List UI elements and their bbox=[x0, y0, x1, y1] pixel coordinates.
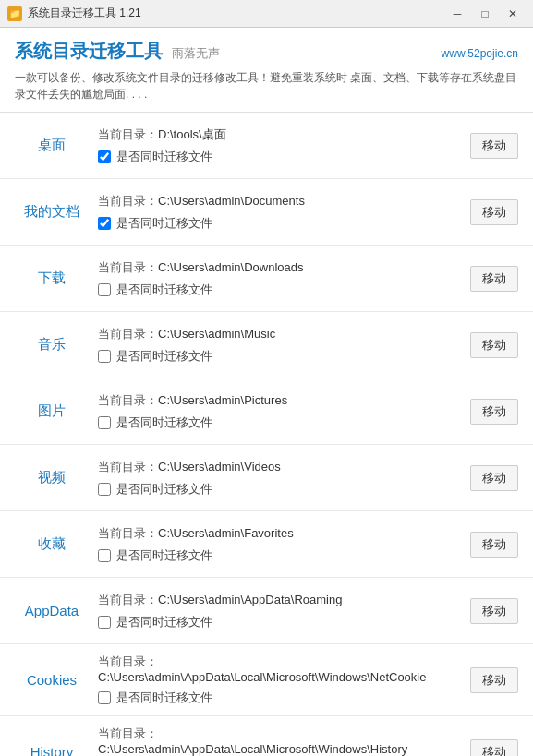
migrate-files-checkbox-7[interactable] bbox=[98, 616, 111, 629]
checkbox-row-5: 是否同时迁移文件 bbox=[98, 481, 461, 498]
checkbox-row-6: 是否同时迁移文件 bbox=[98, 547, 461, 564]
folder-name-4: 图片 bbox=[15, 402, 89, 420]
move-button-1[interactable]: 移动 bbox=[470, 199, 518, 225]
folder-path-8: 当前目录：C:\Users\admin\AppData\Local\Micros… bbox=[98, 654, 461, 684]
folder-name-3: 音乐 bbox=[15, 336, 89, 354]
folder-path-4: 当前目录：C:\Users\admin\Pictures bbox=[98, 392, 461, 409]
move-button-4[interactable]: 移动 bbox=[470, 399, 518, 425]
folder-path-label-4: 当前目录： bbox=[98, 393, 158, 407]
folder-info-0: 当前目录：D:\tools\桌面 是否同时迁移文件 bbox=[89, 126, 470, 165]
folder-info-9: 当前目录：C:\Users\admin\AppData\Local\Micros… bbox=[89, 726, 470, 756]
folder-path-value-6: C:\Users\admin\Favorites bbox=[158, 526, 294, 540]
checkbox-label-4: 是否同时迁移文件 bbox=[116, 414, 212, 431]
folder-path-value-2: C:\Users\admin\Downloads bbox=[158, 260, 304, 274]
folder-row: 下载 当前目录：C:\Users\admin\Downloads 是否同时迁移文… bbox=[0, 246, 533, 312]
move-button-6[interactable]: 移动 bbox=[470, 532, 518, 558]
move-button-8[interactable]: 移动 bbox=[470, 667, 518, 693]
folder-path-6: 当前目录：C:\Users\admin\Favorites bbox=[98, 525, 461, 542]
header: 系统目录迁移工具 雨落无声 www.52pojie.cn 一款可以备份、修改系统… bbox=[0, 28, 533, 113]
move-button-7[interactable]: 移动 bbox=[470, 598, 518, 624]
close-button[interactable]: ✕ bbox=[500, 3, 526, 25]
migrate-files-checkbox-1[interactable] bbox=[98, 217, 111, 230]
checkbox-row-7: 是否同时迁移文件 bbox=[98, 614, 461, 630]
migrate-files-checkbox-2[interactable] bbox=[98, 283, 111, 296]
titlebar-title: 系统目录迁移工具 1.21 bbox=[28, 6, 141, 21]
folder-name-7: AppData bbox=[15, 603, 89, 618]
checkbox-row-1: 是否同时迁移文件 bbox=[98, 215, 461, 232]
app-title: 系统目录迁移工具 bbox=[15, 39, 163, 64]
folder-row: 桌面 当前目录：D:\tools\桌面 是否同时迁移文件 移动 bbox=[0, 113, 533, 179]
migrate-files-checkbox-4[interactable] bbox=[98, 416, 111, 429]
folder-name-0: 桌面 bbox=[15, 137, 89, 154]
move-button-2[interactable]: 移动 bbox=[470, 266, 518, 292]
folder-path-value-7: C:\Users\admin\AppData\Roaming bbox=[158, 593, 342, 606]
folder-path-label-5: 当前目录： bbox=[98, 460, 158, 474]
header-top: 系统目录迁移工具 雨落无声 www.52pojie.cn bbox=[15, 39, 518, 64]
move-button-5[interactable]: 移动 bbox=[470, 465, 518, 491]
folder-path-value-3: C:\Users\admin\Music bbox=[158, 327, 275, 341]
folder-path-label-0: 当前目录： bbox=[98, 127, 158, 141]
folder-info-4: 当前目录：C:\Users\admin\Pictures 是否同时迁移文件 bbox=[89, 392, 470, 431]
folder-name-2: 下载 bbox=[15, 270, 89, 287]
migrate-files-checkbox-5[interactable] bbox=[98, 483, 111, 496]
migrate-files-checkbox-3[interactable] bbox=[98, 350, 111, 363]
checkbox-label-6: 是否同时迁移文件 bbox=[116, 547, 212, 564]
folder-path-label-6: 当前目录： bbox=[98, 526, 158, 540]
checkbox-label-1: 是否同时迁移文件 bbox=[116, 215, 212, 232]
folder-path-value-0: D:\tools\桌面 bbox=[158, 127, 226, 141]
checkbox-label-2: 是否同时迁移文件 bbox=[116, 282, 212, 298]
website-link[interactable]: www.52pojie.cn bbox=[442, 47, 518, 60]
folder-path-1: 当前目录：C:\Users\admin\Documents bbox=[98, 193, 461, 210]
checkbox-row-4: 是否同时迁移文件 bbox=[98, 414, 461, 431]
folder-path-3: 当前目录：C:\Users\admin\Music bbox=[98, 326, 461, 342]
checkbox-label-3: 是否同时迁移文件 bbox=[116, 348, 212, 365]
folder-name-1: 我的文档 bbox=[15, 203, 89, 221]
folder-name-8: Cookies bbox=[15, 672, 89, 688]
titlebar: 📁 系统目录迁移工具 1.21 ─ □ ✕ bbox=[0, 0, 533, 28]
folder-row: 音乐 当前目录：C:\Users\admin\Music 是否同时迁移文件 移动 bbox=[0, 312, 533, 378]
folder-info-7: 当前目录：C:\Users\admin\AppData\Roaming 是否同时… bbox=[89, 592, 470, 630]
checkbox-label-0: 是否同时迁移文件 bbox=[116, 149, 212, 165]
minimize-button[interactable]: ─ bbox=[444, 3, 470, 25]
folder-path-value-9: C:\Users\admin\AppData\Local\Microsoft\W… bbox=[98, 742, 407, 756]
move-button-3[interactable]: 移动 bbox=[470, 332, 518, 358]
folder-name-5: 视频 bbox=[15, 469, 89, 486]
folder-path-label-9: 当前目录： bbox=[98, 726, 158, 740]
titlebar-left: 📁 系统目录迁移工具 1.21 bbox=[7, 6, 141, 21]
move-button-0[interactable]: 移动 bbox=[470, 133, 518, 159]
folder-row: 收藏 当前目录：C:\Users\admin\Favorites 是否同时迁移文… bbox=[0, 511, 533, 578]
folder-row: AppData 当前目录：C:\Users\admin\AppData\Roam… bbox=[0, 578, 533, 644]
folder-path-label-3: 当前目录： bbox=[98, 327, 158, 341]
migrate-files-checkbox-0[interactable] bbox=[98, 150, 111, 163]
checkbox-label-8: 是否同时迁移文件 bbox=[116, 690, 212, 706]
folder-path-value-1: C:\Users\admin\Documents bbox=[158, 194, 305, 208]
folder-path-label-7: 当前目录： bbox=[98, 593, 158, 606]
folder-path-label-8: 当前目录： bbox=[98, 654, 158, 668]
folder-row: 我的文档 当前目录：C:\Users\admin\Documents 是否同时迁… bbox=[0, 179, 533, 246]
folder-path-label-2: 当前目录： bbox=[98, 260, 158, 274]
folder-info-2: 当前目录：C:\Users\admin\Downloads 是否同时迁移文件 bbox=[89, 259, 470, 298]
checkbox-row-0: 是否同时迁移文件 bbox=[98, 149, 461, 165]
folder-path-5: 当前目录：C:\Users\admin\Videos bbox=[98, 459, 461, 475]
folder-name-9: History bbox=[15, 744, 89, 756]
maximize-button[interactable]: □ bbox=[472, 3, 498, 25]
folder-row: 图片 当前目录：C:\Users\admin\Pictures 是否同时迁移文件… bbox=[0, 378, 533, 445]
app-subtitle: 雨落无声 bbox=[172, 45, 220, 62]
folder-path-7: 当前目录：C:\Users\admin\AppData\Roaming bbox=[98, 592, 461, 608]
folder-info-5: 当前目录：C:\Users\admin\Videos 是否同时迁移文件 bbox=[89, 459, 470, 498]
move-button-9[interactable]: 移动 bbox=[470, 739, 518, 757]
folder-path-value-8: C:\Users\admin\AppData\Local\Microsoft\W… bbox=[98, 670, 426, 684]
migrate-files-checkbox-8[interactable] bbox=[98, 691, 111, 704]
folder-info-8: 当前目录：C:\Users\admin\AppData\Local\Micros… bbox=[89, 654, 470, 706]
migrate-files-checkbox-6[interactable] bbox=[98, 549, 111, 562]
checkbox-row-2: 是否同时迁移文件 bbox=[98, 282, 461, 298]
checkbox-label-7: 是否同时迁移文件 bbox=[116, 614, 212, 630]
folder-row: Cookies 当前目录：C:\Users\admin\AppData\Loca… bbox=[0, 644, 533, 716]
folder-row: 视频 当前目录：C:\Users\admin\Videos 是否同时迁移文件 移… bbox=[0, 445, 533, 511]
folder-path-label-1: 当前目录： bbox=[98, 194, 158, 208]
checkbox-label-5: 是否同时迁移文件 bbox=[116, 481, 212, 498]
folder-info-6: 当前目录：C:\Users\admin\Favorites 是否同时迁移文件 bbox=[89, 525, 470, 564]
titlebar-controls: ─ □ ✕ bbox=[444, 3, 526, 25]
folder-info-3: 当前目录：C:\Users\admin\Music 是否同时迁移文件 bbox=[89, 326, 470, 365]
checkbox-row-3: 是否同时迁移文件 bbox=[98, 348, 461, 365]
